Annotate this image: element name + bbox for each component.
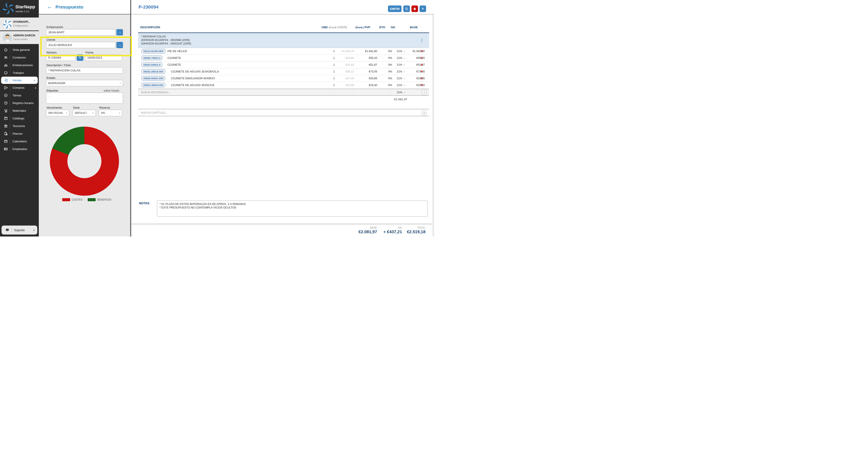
estado-label: Estado (46, 76, 55, 79)
profit-donut-chart (50, 127, 119, 196)
etiquetas-input[interactable]: ... (46, 93, 123, 104)
fecha-input[interactable] (85, 55, 122, 61)
chevron-down-icon: ˅ (66, 112, 67, 114)
sidebar-item-contactos[interactable]: Contactos (0, 54, 39, 61)
chapter-title: * REPARAR COLAS (141, 35, 166, 38)
sidebar-item-materiales[interactable]: Materiales (0, 107, 39, 114)
add-chapter-button[interactable]: + (422, 110, 427, 115)
table-row[interactable]: 09263-45004-000 COJINETE DE AGUJAS 45X52… (138, 82, 429, 89)
panel-header: ← Presupuesto (39, 0, 131, 14)
clock-icon (2, 101, 9, 105)
user-avatar (3, 33, 12, 42)
new-reference-placeholder[interactable]: NUEVA REFERENCIA... (141, 91, 171, 94)
app-logo-row: StarNapp versión 1.3.1 (0, 0, 39, 17)
product-code-chip[interactable]: 55110-92J00-0EP (142, 49, 166, 54)
sidebar-item-catalogo[interactable]: Catálogo (0, 114, 39, 122)
reserva-select[interactable]: 0% ˅ (99, 110, 122, 116)
delete-row-icon[interactable]: ✕ (421, 56, 423, 59)
delete-row-icon[interactable]: ✕ (421, 77, 423, 80)
embarcacion-input[interactable] (46, 29, 116, 35)
beneficio-swatch (88, 198, 96, 201)
new-chapter-placeholder[interactable]: NUEVO CAPÍTULO... (141, 111, 167, 114)
company-profile-item[interactable]: STARNAPP... Configuración (0, 18, 39, 30)
duplicate-button[interactable] (403, 5, 410, 12)
serie-label: Serie (73, 106, 80, 109)
main-header: P-230094 EMITIR ✕ (131, 0, 434, 14)
sidebar-item-empleados[interactable]: Empleados (0, 145, 39, 153)
trash-icon (413, 7, 416, 10)
edit-list-link[interactable]: editar listado (104, 89, 119, 92)
close-button[interactable]: ✕ (420, 5, 426, 12)
logout-link[interactable]: Cerrar sesión (13, 38, 28, 40)
sidebar-item-calendario[interactable]: Calendario (0, 137, 39, 145)
sidebar-item-embarcaciones[interactable]: Embarcaciones (0, 61, 39, 69)
company-config-link[interactable]: Configuración (13, 24, 28, 27)
notes-textarea[interactable]: * EL PLAZO DE ESTOS MATERIALES ES DE APR… (157, 201, 428, 216)
notes-label: NOTAS (139, 201, 150, 205)
serie-select[interactable]: DEFAULT ˅ (72, 110, 96, 116)
delete-quote-button[interactable] (411, 5, 418, 12)
calendar-icon (2, 139, 9, 143)
embarcacion-label: Embarcación (46, 25, 63, 29)
back-arrow-icon[interactable]: ← (47, 3, 52, 10)
sidebar-item-vista-general[interactable]: Vista general (0, 46, 39, 54)
new-reference-row[interactable]: NUEVA REFERENCIA... ... ... ... ... 21% … (138, 89, 429, 96)
delete-row-icon[interactable]: ✕ (421, 83, 423, 87)
arrow-right-icon: → (118, 43, 121, 47)
embarcacion-go-button[interactable]: → (116, 29, 123, 35)
table-row[interactable]: 09269-60001-000 COJINETE EMOUJADOR 60X85… (138, 75, 429, 82)
kebab-menu-icon[interactable]: ⋮ (420, 38, 424, 42)
chapter-row[interactable]: * REPARAR COLAS JOHNSON BJ140PX4 - 26028… (138, 33, 429, 48)
new-chapter-row[interactable]: NUEVO CAPÍTULO... + (138, 109, 429, 116)
purchases-icon (2, 86, 9, 90)
chevron-down-icon[interactable]: ˅ (404, 91, 405, 94)
emit-button[interactable]: EMITIR (388, 5, 402, 12)
chapter-subtitle-1: JOHNSON BJ140PX4 - 2602868 (2005) (141, 38, 190, 42)
table-row[interactable]: 09263-28016-000 COJINETE DE AGUJAS 28,6X… (138, 68, 429, 75)
sidebar-item-tareas[interactable]: Tareas (0, 92, 39, 99)
product-code-chip[interactable]: 09269-70001-0 (142, 56, 162, 60)
cliente-go-button[interactable]: → (116, 42, 123, 48)
planner-icon (2, 132, 9, 136)
employees-icon (2, 147, 9, 151)
user-profile-item[interactable]: ADRIÁN GARCÍA Cerrar sesión (0, 31, 39, 44)
support-button[interactable]: Soporte › (2, 226, 37, 235)
estado-select[interactable]: BORRADOR ˅ (46, 80, 123, 86)
sidebar-item-compras[interactable]: Compras › (0, 84, 39, 92)
table-row[interactable]: 55110-92J00-0EP PIE DE HELICE 1 €1.491,7… (138, 48, 429, 55)
chapter-subtotal: €2.081,97 (364, 98, 407, 101)
edit-number-button[interactable]: ✎ (77, 55, 83, 61)
sidebar-item-planner[interactable]: Planner (0, 130, 39, 137)
vencimiento-select[interactable]: SIN FECHA ˅ (46, 110, 69, 116)
sidebar-item-trabajos[interactable]: Trabajos (0, 69, 39, 77)
sidebar-item-registro-horario[interactable]: Registro horario (0, 99, 39, 107)
product-code-chip[interactable]: 09263-28016-000 (142, 69, 165, 74)
sidebar-item-ventas[interactable]: Ventas › (1, 77, 38, 84)
product-code-chip[interactable]: 09269-60001-000 (142, 76, 165, 80)
delete-row-icon[interactable]: ✕ (421, 70, 423, 73)
contacts-icon (2, 56, 9, 60)
home-icon (2, 48, 9, 52)
col-coste: (€/und) COSTE (321, 26, 347, 29)
sidebar-item-tesoreria[interactable]: Tesorería (0, 122, 39, 130)
chevron-right-icon: › (35, 86, 36, 90)
product-code-chip[interactable]: 09263-45004-000 (142, 83, 165, 88)
delete-row-icon[interactable]: ✕ (421, 63, 423, 66)
costes-swatch (62, 198, 70, 201)
numero-input[interactable] (46, 55, 75, 61)
product-code-chip[interactable]: 09263-50001-0 (142, 62, 162, 67)
table-row[interactable]: 09263-50001-0 COJINETE 1 €41,83 €51,67 0… (138, 62, 429, 68)
delete-row-icon[interactable]: ✕ (421, 49, 423, 53)
sidebar: StarNapp versión 1.3.1 STARNAPP... Confi… (0, 0, 39, 236)
app-title: StarNapp (16, 4, 35, 9)
fecha-label: Fecha (86, 51, 93, 54)
menu-separator (10, 47, 10, 52)
scrollbar-track[interactable] (432, 14, 434, 236)
panel-divider (130, 0, 131, 236)
beneficio-legend-label: BENEFICIO (97, 198, 111, 201)
table-row[interactable]: 09269-70001-0 COJINETE 1 €44,68 €55,20 0… (138, 55, 429, 62)
add-reference-button[interactable]: + (422, 90, 427, 95)
quote-detail-main: P-230094 EMITIR ✕ DESCRIPCIÓN UND (€/und… (131, 0, 434, 236)
descripcion-input[interactable] (46, 67, 123, 74)
cliente-input[interactable] (46, 42, 116, 48)
